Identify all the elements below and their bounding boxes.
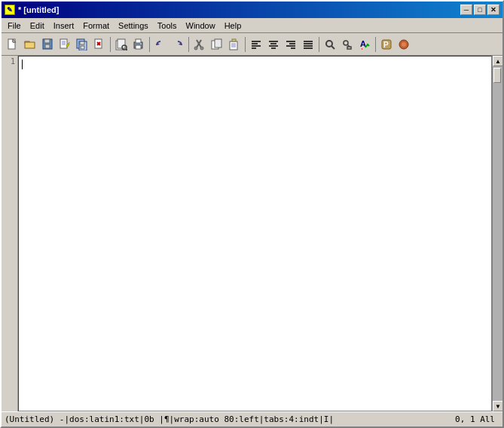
align-left-icon: [250, 38, 262, 50]
plugin2-button[interactable]: [396, 36, 412, 53]
scrollbar-track[interactable]: [493, 66, 502, 401]
align-center-icon: [267, 38, 279, 50]
search-button[interactable]: [322, 36, 338, 53]
plugin2-icon: [398, 38, 410, 50]
scrollbar-thumb[interactable]: [493, 68, 501, 83]
svg-rect-14: [80, 41, 84, 44]
svg-rect-24: [136, 39, 141, 43]
titlebar-left: ✎ * [untitled]: [5, 5, 59, 15]
copy-button[interactable]: [209, 36, 225, 53]
svg-point-31: [194, 47, 197, 50]
separator-1: [110, 37, 111, 52]
vertical-scrollbar[interactable]: ▲ ▼: [492, 56, 502, 411]
redo-icon: [172, 38, 184, 50]
svg-rect-36: [232, 39, 236, 41]
cut-button[interactable]: [191, 36, 208, 53]
open-button[interactable]: [22, 36, 38, 53]
align-left-button[interactable]: [248, 36, 264, 53]
svg-rect-7: [60, 39, 67, 48]
print-preview-icon: [115, 38, 127, 50]
text-cursor: [22, 60, 23, 69]
save-copy-icon: [76, 38, 88, 50]
replace-button[interactable]: [339, 36, 356, 53]
new-file-button[interactable]: [5, 36, 21, 53]
statusbar: (Untitled) -|dos:latin1:txt|0b |¶|wrap:a…: [2, 411, 502, 426]
menu-window[interactable]: Window: [182, 20, 220, 32]
justify-icon: [302, 38, 314, 50]
svg-rect-5: [44, 39, 50, 43]
maximize-button[interactable]: □: [474, 5, 486, 15]
svg-rect-26: [140, 43, 142, 44]
align-center-button[interactable]: [265, 36, 282, 53]
separator-3: [188, 37, 189, 52]
spell-check-button[interactable]: A: [356, 36, 373, 53]
paste-button[interactable]: [226, 36, 243, 53]
save-button[interactable]: [39, 36, 56, 53]
menubar: File Edit Insert Format Settings Tools W…: [2, 18, 502, 33]
new-file-icon: [7, 38, 19, 50]
spell-check-icon: A: [359, 38, 371, 50]
status-position: 0, 1 All: [455, 414, 499, 424]
menu-file[interactable]: File: [3, 20, 26, 32]
svg-point-56: [326, 41, 332, 47]
svg-point-65: [402, 42, 406, 47]
menu-settings[interactable]: Settings: [114, 20, 153, 32]
paste-icon: [228, 38, 240, 50]
close-doc-button[interactable]: [91, 36, 108, 53]
print-icon: [133, 38, 145, 50]
svg-line-57: [331, 46, 334, 49]
main-window: ✎ * [untitled] ─ □ ✕ File Edit Insert Fo…: [0, 0, 504, 428]
cut-icon: [194, 38, 206, 50]
align-right-icon: [285, 38, 297, 50]
menu-tools[interactable]: Tools: [153, 20, 182, 32]
minimize-button[interactable]: ─: [460, 5, 472, 15]
content-area: 1 ▲ ▼: [2, 56, 502, 411]
copy-icon: [211, 38, 223, 50]
svg-line-22: [126, 49, 127, 50]
svg-rect-15: [81, 46, 84, 49]
undo-icon: [154, 38, 166, 50]
menu-insert[interactable]: Insert: [49, 20, 79, 32]
search-icon: [324, 38, 336, 50]
separator-4: [245, 37, 246, 52]
line-numbers: 1: [2, 56, 18, 411]
save-icon: [41, 38, 53, 50]
svg-point-32: [200, 47, 203, 50]
separator-5: [319, 37, 319, 52]
open-icon: [24, 38, 36, 50]
edit-button[interactable]: [57, 36, 73, 53]
scroll-up-button[interactable]: ▲: [493, 56, 502, 66]
titlebar-buttons: ─ □ ✕: [460, 5, 499, 15]
editor-line-1: [22, 60, 488, 70]
replace-icon: [341, 38, 353, 50]
scroll-down-button[interactable]: ▼: [493, 401, 502, 411]
titlebar: ✎ * [untitled] ─ □ ✕: [2, 2, 502, 18]
plugin1-icon: P: [380, 38, 393, 50]
svg-text:P: P: [383, 41, 389, 49]
plugin1-button[interactable]: P: [378, 36, 395, 53]
menu-format[interactable]: Format: [78, 20, 114, 32]
align-right-button[interactable]: [283, 36, 299, 53]
toolbar: A P: [2, 33, 502, 56]
edit-icon: [59, 38, 71, 50]
print-preview-button[interactable]: [113, 36, 130, 53]
svg-rect-25: [136, 45, 141, 49]
save-copy-button[interactable]: [74, 36, 90, 53]
menu-edit[interactable]: Edit: [26, 20, 49, 32]
text-editor[interactable]: [18, 56, 492, 411]
line-number-1: 1: [2, 57, 17, 68]
close-button[interactable]: ✕: [487, 5, 499, 15]
justify-button[interactable]: [300, 36, 316, 53]
menu-help[interactable]: Help: [220, 20, 246, 32]
close-doc-icon: [93, 38, 105, 50]
svg-rect-3: [25, 42, 35, 48]
svg-rect-6: [45, 44, 50, 48]
window-title: * [untitled]: [18, 5, 59, 14]
redo-button[interactable]: [170, 36, 186, 53]
undo-button[interactable]: [152, 36, 169, 53]
separator-6: [375, 37, 376, 52]
print-button[interactable]: [130, 36, 147, 53]
app-icon: ✎: [5, 5, 15, 15]
svg-rect-34: [215, 39, 221, 47]
svg-rect-20: [118, 39, 125, 48]
